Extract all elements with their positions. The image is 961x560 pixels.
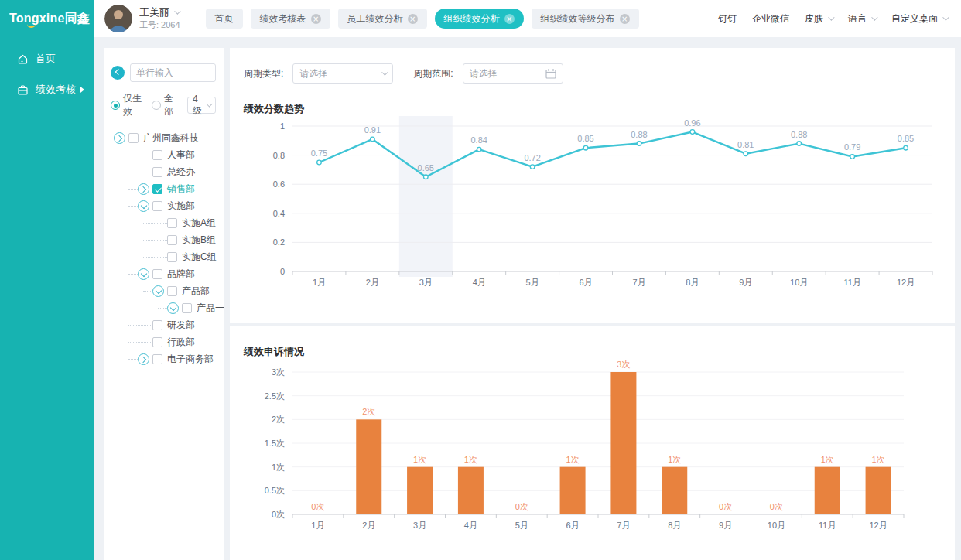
svg-text:11月: 11月 xyxy=(843,278,860,287)
collapse-panel-button[interactable] xyxy=(111,66,125,80)
tree-connector xyxy=(143,257,167,258)
collapse-node-icon[interactable] xyxy=(152,285,164,297)
svg-text:7月: 7月 xyxy=(617,521,630,530)
user-block[interactable]: 王美丽 工号: 2064 xyxy=(94,5,180,32)
wecom-link-label: 企业微信 xyxy=(752,12,789,26)
tree-item-0[interactable]: 广州同鑫科技 xyxy=(111,129,216,146)
period-range-picker[interactable]: 请选择 xyxy=(463,63,563,84)
svg-text:0.96: 0.96 xyxy=(684,118,700,128)
collapse-node-icon[interactable] xyxy=(138,268,149,280)
tree-item-8[interactable]: 品牌部 xyxy=(111,265,216,282)
tree-checkbox[interactable] xyxy=(152,337,162,347)
tree-item-5[interactable]: 实施A组 xyxy=(111,214,216,231)
sidebar-item-home[interactable]: 首页 xyxy=(0,43,94,74)
tree-item-10[interactable]: 产品一组 xyxy=(111,299,216,316)
chevron-right-icon xyxy=(80,87,84,93)
workspace-tab-3[interactable]: 组织绩效分析× xyxy=(435,9,524,29)
chevron-down-icon[interactable] xyxy=(174,8,180,14)
sidebar-item-performance[interactable]: 绩效考核 xyxy=(0,74,94,105)
tree-item-13[interactable]: 电子商务部 xyxy=(111,350,216,367)
expand-node-icon[interactable] xyxy=(138,183,149,195)
expand-node-icon[interactable] xyxy=(114,132,125,144)
tree-item-label: 实施A组 xyxy=(182,217,216,230)
tree-connector xyxy=(128,274,138,275)
tree-item-2[interactable]: 总经办 xyxy=(111,163,216,180)
tree-item-11[interactable]: 研发部 xyxy=(111,316,216,333)
tree-checkbox[interactable] xyxy=(167,235,177,245)
svg-text:3次: 3次 xyxy=(272,367,285,377)
level-select-value: 4级 xyxy=(193,94,203,118)
collapse-node-icon[interactable] xyxy=(138,200,149,212)
svg-text:1次: 1次 xyxy=(872,455,885,464)
app-logo[interactable]: Tongxine同鑫 xyxy=(0,0,94,37)
workspace-tab-4[interactable]: 组织绩效等级分布× xyxy=(532,9,639,29)
svg-text:0次: 0次 xyxy=(272,510,285,519)
tree-checkbox[interactable] xyxy=(152,150,162,160)
chevron-down-icon xyxy=(871,14,877,20)
radio-1[interactable] xyxy=(152,101,161,110)
collapse-node-icon[interactable] xyxy=(167,302,179,314)
workspace-tab-1[interactable]: 绩效考核表× xyxy=(251,9,330,29)
language-menu[interactable]: 语言 xyxy=(848,12,876,26)
svg-text:1月: 1月 xyxy=(313,278,326,287)
close-icon[interactable]: × xyxy=(311,14,321,24)
tree-checkbox[interactable] xyxy=(182,303,192,313)
tree-checkbox[interactable] xyxy=(152,320,162,330)
tree-checkbox[interactable] xyxy=(167,286,177,296)
tree-item-4[interactable]: 实施部 xyxy=(111,197,216,214)
org-search-input[interactable] xyxy=(130,63,216,82)
tree-item-1[interactable]: 人事部 xyxy=(111,146,216,163)
tree-checkbox[interactable] xyxy=(152,269,162,279)
level-select[interactable]: 4级 xyxy=(187,97,216,114)
svg-text:4月: 4月 xyxy=(473,278,486,287)
tab-label: 绩效考核表 xyxy=(260,12,306,26)
svg-text:1月: 1月 xyxy=(311,521,324,530)
tree-connector xyxy=(128,155,152,155)
tree-item-label: 行政部 xyxy=(167,336,195,349)
close-icon[interactable]: × xyxy=(504,14,515,24)
tree-checkbox[interactable] xyxy=(152,167,162,177)
tree-checkbox[interactable] xyxy=(152,184,162,194)
sidebar-item-home-label: 首页 xyxy=(36,52,56,66)
svg-text:11月: 11月 xyxy=(819,521,836,530)
tree-item-7[interactable]: 实施C组 xyxy=(111,248,216,265)
tree-item-3[interactable]: 销售部 xyxy=(111,180,216,197)
tree-item-12[interactable]: 行政部 xyxy=(111,333,216,350)
calendar-icon xyxy=(545,68,556,79)
tree-connector xyxy=(128,172,152,172)
svg-text:3月: 3月 xyxy=(413,521,426,530)
tree-item-9[interactable]: 产品部 xyxy=(111,282,216,299)
custom-desktop-menu[interactable]: 自定义桌面 xyxy=(891,12,947,26)
svg-text:1次: 1次 xyxy=(668,455,681,464)
svg-text:8月: 8月 xyxy=(668,521,681,530)
tree-checkbox[interactable] xyxy=(167,218,177,228)
tree-checkbox[interactable] xyxy=(152,201,162,211)
workspace-tab-2[interactable]: 员工绩效分析× xyxy=(338,9,427,29)
tree-item-6[interactable]: 实施B组 xyxy=(111,231,216,248)
tree-item-label: 品牌部 xyxy=(167,268,195,281)
svg-text:0.88: 0.88 xyxy=(631,130,647,139)
topbar-links: 钉钉企业微信皮肤语言自定义桌面 xyxy=(718,12,961,26)
custom-desktop-menu-label: 自定义桌面 xyxy=(891,12,938,26)
skin-menu[interactable]: 皮肤 xyxy=(805,12,833,26)
workspace-tab-0[interactable]: 首页 xyxy=(206,9,243,29)
radio-0[interactable] xyxy=(111,101,120,110)
tree-connector xyxy=(158,308,167,309)
close-icon[interactable]: × xyxy=(620,14,630,24)
tree-checkbox[interactable] xyxy=(128,133,139,143)
tree-checkbox[interactable] xyxy=(167,252,177,262)
svg-text:0.91: 0.91 xyxy=(364,125,381,135)
close-icon[interactable]: × xyxy=(408,14,418,24)
svg-text:12月: 12月 xyxy=(869,521,887,530)
svg-text:0.81: 0.81 xyxy=(737,140,754,149)
expand-node-icon[interactable] xyxy=(138,353,149,365)
workspace-tabs: 首页绩效考核表×员工绩效分析×组织绩效分析×组织绩效等级分布× xyxy=(206,9,639,29)
svg-text:1.5次: 1.5次 xyxy=(265,439,285,448)
period-type-select[interactable]: 请选择 xyxy=(292,63,393,84)
tree-checkbox[interactable] xyxy=(152,354,162,364)
svg-text:6月: 6月 xyxy=(579,278,592,287)
svg-text:0.4: 0.4 xyxy=(273,209,285,218)
dingtalk-link[interactable]: 钉钉 xyxy=(718,12,737,26)
wecom-link[interactable]: 企业微信 xyxy=(752,12,789,26)
tree-connector xyxy=(143,291,152,292)
